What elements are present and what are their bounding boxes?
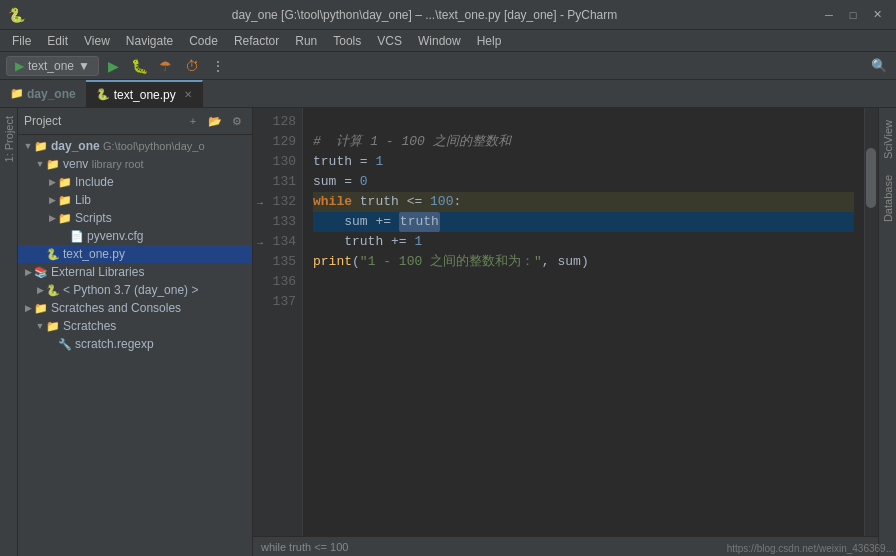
gutter-132[interactable]: → (253, 192, 267, 212)
tree-item-scripts[interactable]: ▶ 📁 Scripts (18, 209, 252, 227)
main-area: 1: Project Project + 📂 ⚙ ▼ 📁 day_one G:\… (0, 108, 896, 556)
scripts-folder-icon: 📁 (58, 212, 72, 225)
menu-code[interactable]: Code (181, 32, 226, 50)
op-131: = (336, 172, 359, 192)
menu-vcs[interactable]: VCS (369, 32, 410, 50)
menu-bar: File Edit View Navigate Code Refactor Ru… (0, 30, 896, 52)
breakpoint-indicator-132[interactable]: → (255, 197, 265, 208)
database-vtab[interactable]: Database (880, 167, 896, 230)
scratches-root-icon: 📁 (34, 302, 48, 315)
op-pluseq: += (368, 212, 399, 232)
profile-button[interactable]: ⏱ (181, 55, 203, 77)
gutter-134[interactable]: → (253, 232, 267, 252)
editor-gutter: → → (253, 108, 267, 536)
tree-arrow-lib[interactable]: ▶ (46, 195, 58, 205)
num-1-134: 1 (414, 232, 422, 252)
include-folder-icon: 📁 (58, 176, 72, 189)
settings-icon[interactable]: ⚙ (228, 112, 246, 130)
kw-while: while (313, 192, 352, 212)
line-num-134: 134 (267, 232, 296, 252)
search-everywhere-button[interactable]: 🔍 (868, 55, 890, 77)
code-content[interactable]: # 计算 1 - 100 之间的整数和 truth = 1 sum = 0 wh… (303, 108, 864, 536)
project-sidebar: Project + 📂 ⚙ ▼ 📁 day_one G:\tool\python… (18, 108, 253, 556)
tree-item-text-one[interactable]: 🐍 text_one.py (18, 245, 252, 263)
code-line-130: truth = 1 (313, 152, 854, 172)
menu-tools[interactable]: Tools (325, 32, 369, 50)
close-button[interactable]: ✕ (866, 6, 888, 24)
editor-scrollbar[interactable] (864, 108, 878, 536)
tree-arrow-python37[interactable]: ▶ (34, 285, 46, 295)
tree-arrow-ext-libs[interactable]: ▶ (22, 267, 34, 277)
gutter-130 (253, 152, 267, 172)
menu-run[interactable]: Run (287, 32, 325, 50)
tree-arrow-day-one[interactable]: ▼ (22, 141, 34, 151)
op-comma: , (542, 252, 550, 272)
num-0-131: 0 (360, 172, 368, 192)
code-line-131: sum = 0 (313, 172, 854, 192)
file-tab-text-one[interactable]: 🐍 text_one.py ✕ (86, 80, 203, 107)
run-configuration[interactable]: ▶ text_one ▼ (6, 56, 99, 76)
run-config-name: text_one (28, 59, 74, 73)
str-135: "1 - 100 之间的整数和为：" (360, 252, 542, 272)
gutter-136 (253, 272, 267, 292)
sciview-vtab[interactable]: SciView (880, 112, 896, 167)
code-editor: → → 128 129 130 131 132 133 134 135 136 … (253, 108, 878, 556)
menu-window[interactable]: Window (410, 32, 469, 50)
debug-button[interactable]: 🐛 (129, 55, 151, 77)
run-config-dropdown[interactable]: ▼ (78, 59, 90, 73)
editor-content[interactable]: → → 128 129 130 131 132 133 134 135 136 … (253, 108, 878, 536)
tree-item-include[interactable]: ▶ 📁 Include (18, 173, 252, 191)
left-vertical-tabs: 1: Project (0, 108, 18, 556)
tree-label-include: Include (75, 175, 114, 189)
new-directory-button[interactable]: 📂 (206, 112, 224, 130)
code-line-129: # 计算 1 - 100 之间的整数和 (313, 132, 854, 152)
new-file-button[interactable]: + (184, 112, 202, 130)
regexp-file-icon: 🔧 (58, 338, 72, 351)
file-tab-close[interactable]: ✕ (184, 89, 192, 100)
more-run-button[interactable]: ⋮ (207, 55, 229, 77)
tree-item-external-libs[interactable]: ▶ 📚 External Libraries (18, 263, 252, 281)
coverage-button[interactable]: ☂ (155, 55, 177, 77)
project-vtab[interactable]: 1: Project (1, 108, 17, 170)
run-button[interactable]: ▶ (103, 55, 125, 77)
code-line-133: sum += truth (313, 212, 854, 232)
tree-arrow-venv[interactable]: ▼ (34, 159, 46, 169)
tree-label-scripts: Scripts (75, 211, 112, 225)
project-panel-indicator: 📁 day_one (0, 80, 86, 107)
python-file-icon: 🐍 (96, 88, 110, 101)
maximize-button[interactable]: □ (842, 6, 864, 24)
venv-folder-icon: 📁 (46, 158, 60, 171)
menu-file[interactable]: File (4, 32, 39, 50)
tree-label-text-one: text_one.py (63, 247, 125, 261)
tree-item-lib[interactable]: ▶ 📁 Lib (18, 191, 252, 209)
menu-view[interactable]: View (76, 32, 118, 50)
line-num-137: 137 (267, 292, 296, 312)
menu-navigate[interactable]: Navigate (118, 32, 181, 50)
menu-help[interactable]: Help (469, 32, 510, 50)
tree-label-scratch-regexp: scratch.regexp (75, 337, 154, 351)
line-num-132: 132 (267, 192, 296, 212)
breakpoint-indicator-134[interactable]: → (255, 237, 265, 248)
title-bar: 🐍 day_one [G:\tool\python\day_one] – ...… (0, 0, 896, 30)
cfg-file-icon: 📄 (70, 230, 84, 243)
minimize-button[interactable]: ─ (818, 6, 840, 24)
tree-arrow-scratches-root[interactable]: ▶ (22, 303, 34, 313)
tree-arrow-include[interactable]: ▶ (46, 177, 58, 187)
tree-arrow-scratches[interactable]: ▼ (34, 321, 46, 331)
tree-item-venv[interactable]: ▼ 📁 venv library root (18, 155, 252, 173)
ext-libs-icon: 📚 (34, 266, 48, 279)
tree-arrow-scripts[interactable]: ▶ (46, 213, 58, 223)
gutter-131 (253, 172, 267, 192)
menu-edit[interactable]: Edit (39, 32, 76, 50)
gutter-129 (253, 132, 267, 152)
tree-item-scratches-root[interactable]: ▶ 📁 Scratches and Consoles (18, 299, 252, 317)
tree-item-day-one[interactable]: ▼ 📁 day_one G:\tool\python\day_o (18, 137, 252, 155)
tree-item-python37[interactable]: ▶ 🐍 < Python 3.7 (day_one) > (18, 281, 252, 299)
py-file-icon: 🐍 (46, 248, 60, 261)
menu-refactor[interactable]: Refactor (226, 32, 287, 50)
tree-item-scratches[interactable]: ▼ 📁 Scratches (18, 317, 252, 335)
tree-label-day-one: day_one G:\tool\python\day_o (51, 139, 205, 153)
tree-item-pyvenv[interactable]: 📄 pyvenv.cfg (18, 227, 252, 245)
tree-item-scratch-regexp[interactable]: 🔧 scratch.regexp (18, 335, 252, 353)
scrollbar-thumb[interactable] (866, 148, 876, 208)
